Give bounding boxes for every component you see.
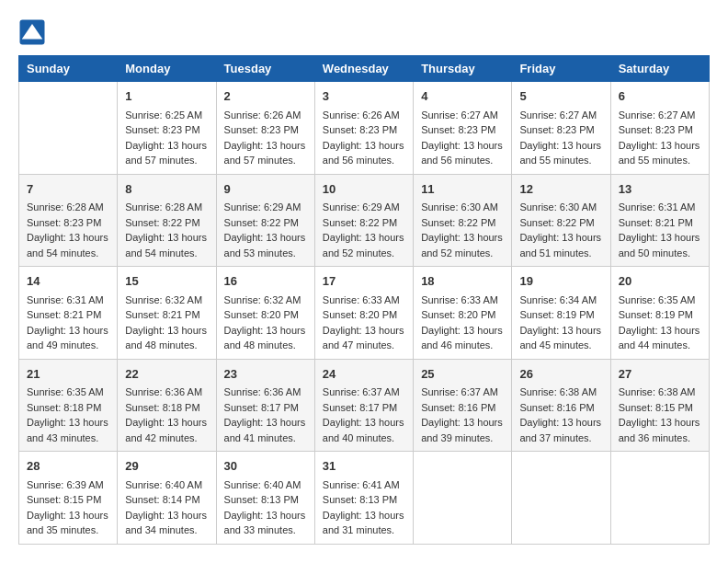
day-info: Daylight: 13 hours xyxy=(323,323,405,339)
day-number: 19 xyxy=(519,272,602,291)
calendar-cell: 12Sunrise: 6:30 AMSunset: 8:22 PMDayligh… xyxy=(512,174,610,267)
day-info: and 41 minutes. xyxy=(224,431,307,446)
day-number: 24 xyxy=(323,365,405,384)
day-number: 29 xyxy=(125,457,208,476)
day-info: Daylight: 13 hours xyxy=(323,138,405,154)
day-info: Sunset: 8:16 PM xyxy=(519,400,602,416)
day-info: Sunrise: 6:30 AM xyxy=(421,200,504,215)
day-number: 13 xyxy=(619,180,701,199)
day-info: Sunset: 8:23 PM xyxy=(27,215,109,231)
week-row-5: 28Sunrise: 6:39 AMSunset: 8:15 PMDayligh… xyxy=(19,452,710,545)
day-number: 18 xyxy=(421,272,504,291)
calendar-cell: 23Sunrise: 6:36 AMSunset: 8:17 PMDayligh… xyxy=(216,359,314,452)
day-info: and 44 minutes. xyxy=(619,338,701,353)
day-info: Sunrise: 6:32 AM xyxy=(125,293,208,308)
day-info: and 52 minutes. xyxy=(323,246,405,261)
day-info: Daylight: 13 hours xyxy=(619,323,701,339)
day-info: Daylight: 13 hours xyxy=(224,508,307,523)
day-info: Sunrise: 6:36 AM xyxy=(125,385,208,400)
calendar-cell: 2Sunrise: 6:26 AMSunset: 8:23 PMDaylight… xyxy=(216,82,314,175)
day-number: 26 xyxy=(519,365,602,384)
day-info: Daylight: 13 hours xyxy=(519,323,602,339)
header-cell-saturday: Saturday xyxy=(610,56,709,82)
day-info: Daylight: 13 hours xyxy=(224,230,307,246)
day-info: Daylight: 13 hours xyxy=(421,230,504,246)
day-number: 30 xyxy=(224,457,307,476)
calendar-cell: 21Sunrise: 6:35 AMSunset: 8:18 PMDayligh… xyxy=(19,359,118,452)
calendar-cell: 6Sunrise: 6:27 AMSunset: 8:23 PMDaylight… xyxy=(610,82,709,175)
day-info: Sunset: 8:21 PM xyxy=(619,215,701,231)
day-info: Sunset: 8:23 PM xyxy=(619,122,701,138)
day-info: and 42 minutes. xyxy=(125,431,208,446)
day-info: and 54 minutes. xyxy=(125,246,208,261)
day-info: Daylight: 13 hours xyxy=(519,230,602,246)
calendar-cell xyxy=(512,452,610,545)
day-info: Sunrise: 6:38 AM xyxy=(619,385,701,400)
day-info: Daylight: 13 hours xyxy=(125,230,208,246)
week-row-3: 14Sunrise: 6:31 AMSunset: 8:21 PMDayligh… xyxy=(19,267,710,360)
day-info: Sunset: 8:23 PM xyxy=(125,122,208,138)
header-cell-wednesday: Wednesday xyxy=(314,56,413,82)
calendar-cell xyxy=(19,82,118,175)
calendar-cell: 15Sunrise: 6:32 AMSunset: 8:21 PMDayligh… xyxy=(118,267,216,360)
week-row-4: 21Sunrise: 6:35 AMSunset: 8:18 PMDayligh… xyxy=(19,359,710,452)
day-number: 11 xyxy=(421,180,504,199)
day-info: Sunset: 8:14 PM xyxy=(125,492,208,508)
day-info: Sunset: 8:22 PM xyxy=(323,215,405,231)
logo xyxy=(18,18,50,46)
day-number: 14 xyxy=(27,272,109,291)
calendar-cell: 3Sunrise: 6:26 AMSunset: 8:23 PMDaylight… xyxy=(314,82,413,175)
day-info: Daylight: 13 hours xyxy=(125,323,208,339)
day-info: Daylight: 13 hours xyxy=(619,138,701,154)
day-info: Sunrise: 6:39 AM xyxy=(27,477,109,493)
week-row-2: 7Sunrise: 6:28 AMSunset: 8:23 PMDaylight… xyxy=(19,174,710,267)
day-info: Sunrise: 6:33 AM xyxy=(323,293,405,308)
day-info: and 55 minutes. xyxy=(519,153,602,168)
day-info: Sunrise: 6:26 AM xyxy=(323,108,405,123)
day-info: and 56 minutes. xyxy=(421,153,504,168)
day-info: Sunset: 8:23 PM xyxy=(519,122,602,138)
day-info: Sunrise: 6:34 AM xyxy=(519,293,602,308)
header-row: SundayMondayTuesdayWednesdayThursdayFrid… xyxy=(19,56,710,82)
day-info: and 57 minutes. xyxy=(125,153,208,168)
day-number: 7 xyxy=(27,180,109,199)
day-info: Daylight: 13 hours xyxy=(125,138,208,154)
day-info: Sunset: 8:17 PM xyxy=(224,400,307,416)
calendar-cell xyxy=(414,452,512,545)
calendar-cell: 27Sunrise: 6:38 AMSunset: 8:15 PMDayligh… xyxy=(610,359,709,452)
day-number: 20 xyxy=(619,272,701,291)
day-info: and 50 minutes. xyxy=(619,246,701,261)
day-info: Daylight: 13 hours xyxy=(421,323,504,339)
day-info: Sunrise: 6:28 AM xyxy=(27,200,109,215)
calendar-table: SundayMondayTuesdayWednesdayThursdayFrid… xyxy=(18,55,710,545)
day-info: Daylight: 13 hours xyxy=(421,415,504,431)
day-info: and 53 minutes. xyxy=(224,246,307,261)
day-info: Sunrise: 6:41 AM xyxy=(323,477,405,493)
day-number: 27 xyxy=(619,365,701,384)
header-cell-monday: Monday xyxy=(118,56,216,82)
day-info: and 35 minutes. xyxy=(27,523,109,538)
calendar-cell: 28Sunrise: 6:39 AMSunset: 8:15 PMDayligh… xyxy=(19,452,118,545)
day-info: Daylight: 13 hours xyxy=(125,508,208,523)
day-info: and 52 minutes. xyxy=(421,246,504,261)
day-info: Sunrise: 6:40 AM xyxy=(224,477,307,493)
day-info: Daylight: 13 hours xyxy=(224,415,307,431)
calendar-cell: 1Sunrise: 6:25 AMSunset: 8:23 PMDaylight… xyxy=(118,82,216,175)
calendar-cell: 30Sunrise: 6:40 AMSunset: 8:13 PMDayligh… xyxy=(216,452,314,545)
day-info: Sunset: 8:20 PM xyxy=(224,307,307,323)
day-info: Daylight: 13 hours xyxy=(323,230,405,246)
day-info: Daylight: 13 hours xyxy=(27,230,109,246)
day-info: Sunset: 8:15 PM xyxy=(27,492,109,508)
header-cell-sunday: Sunday xyxy=(19,56,118,82)
day-info: Sunrise: 6:25 AM xyxy=(125,108,208,123)
day-info: Sunrise: 6:28 AM xyxy=(125,200,208,215)
day-info: Sunrise: 6:33 AM xyxy=(421,293,504,308)
day-info: and 48 minutes. xyxy=(224,338,307,353)
day-number: 8 xyxy=(125,180,208,199)
day-info: and 40 minutes. xyxy=(323,431,405,446)
day-number: 10 xyxy=(323,180,405,199)
day-info: and 55 minutes. xyxy=(619,153,701,168)
day-info: and 57 minutes. xyxy=(224,153,307,168)
day-info: Sunrise: 6:26 AM xyxy=(224,108,307,123)
day-info: Sunrise: 6:27 AM xyxy=(421,108,504,123)
